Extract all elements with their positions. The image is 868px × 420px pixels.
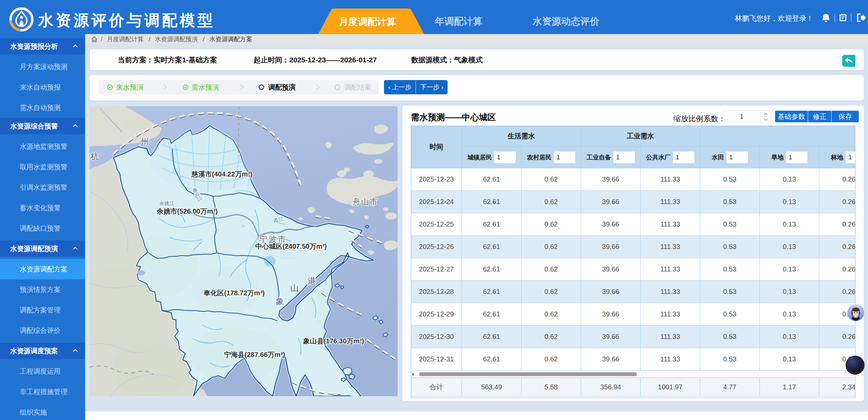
svg-text:余姚市(526.00万m³): 余姚市(526.00万m³): [157, 207, 218, 215]
svg-text:山: 山: [290, 283, 299, 293]
svg-text:奉化区(178.72万m³): 奉化区(178.72万m³): [204, 289, 265, 297]
svg-text:中心城区(2407.50万m³): 中心城区(2407.50万m³): [255, 243, 327, 250]
svg-text:象山县(176.30万m³): 象山县(176.30万m³): [303, 337, 364, 345]
svg-text:舟山市: 舟山市: [352, 197, 378, 206]
svg-text:宁波市: 宁波市: [260, 235, 287, 244]
svg-text:慈溪市(404.22万m³): 慈溪市(404.22万m³): [191, 170, 253, 178]
svg-text:余姚江: 余姚江: [159, 200, 175, 206]
svg-text:州: 州: [140, 137, 149, 146]
svg-text:象: 象: [275, 297, 284, 306]
svg-text:宁海县(287.66万m³): 宁海县(287.66万m³): [224, 351, 285, 358]
svg-text:杭: 杭: [90, 152, 99, 161]
svg-text:港: 港: [307, 276, 316, 285]
